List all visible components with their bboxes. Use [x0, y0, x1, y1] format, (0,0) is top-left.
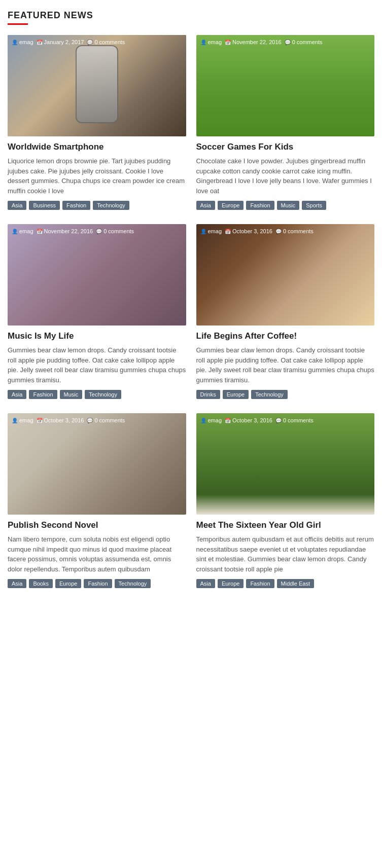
author-name-meet-sixteen-year-old-girl: emag [208, 417, 222, 423]
tag-technology[interactable]: Technology [85, 390, 121, 399]
tag-fashion[interactable]: Fashion [62, 201, 90, 210]
comment-icon-music-is-my-life: 💬 [96, 229, 102, 234]
card-excerpt-life-begins-coffee: Gummies bear claw lemon drops. Candy cro… [196, 345, 375, 385]
tag-asia[interactable]: Asia [196, 579, 215, 588]
date-icon-publish-second-novel: 📅 [37, 418, 43, 423]
tag-europe[interactable]: Europe [223, 390, 249, 399]
card-tags-meet-sixteen-year-old-girl: AsiaEuropeFashionMiddle East [196, 579, 375, 588]
tag-asia[interactable]: Asia [196, 201, 215, 210]
author-name-publish-second-novel: emag [19, 417, 33, 423]
tag-music[interactable]: Music [60, 390, 83, 399]
meta-author-music-is-my-life: 👤 emag [12, 228, 33, 234]
tag-drinks[interactable]: Drinks [196, 390, 220, 399]
card-body-soccer-games: Soccer Games For Kids Chocolate cake I l… [196, 136, 375, 214]
meta-author-life-begins-coffee: 👤 emag [200, 228, 222, 234]
tag-middle-east[interactable]: Middle East [277, 579, 314, 588]
tag-technology[interactable]: Technology [115, 579, 151, 588]
comments-value-soccer-games: 0 comments [292, 39, 323, 45]
date-icon-life-begins-coffee: 📅 [225, 229, 231, 234]
date-value-publish-second-novel: October 3, 2016 [44, 417, 84, 423]
date-value-meet-sixteen-year-old-girl: October 3, 2016 [232, 417, 272, 423]
meta-date-meet-sixteen-year-old-girl: 📅 October 3, 2016 [225, 417, 272, 423]
card-tags-music-is-my-life: AsiaFashionMusicTechnology [8, 390, 186, 399]
tag-asia[interactable]: Asia [8, 579, 26, 588]
page-wrapper: FEATURED NEWS 👤 emag 📅 January 2, 2017 💬… [0, 0, 382, 602]
meta-comments-meet-sixteen-year-old-girl: 💬 0 comments [275, 417, 314, 423]
card-body-music-is-my-life: Music Is My Life Gummies bear claw lemon… [8, 326, 186, 403]
comments-value-publish-second-novel: 0 comments [94, 417, 125, 423]
meta-date-soccer-games: 📅 November 22, 2016 [225, 39, 282, 45]
news-card-publish-second-novel: 👤 emag 📅 October 3, 2016 💬 0 comments Pu… [8, 413, 186, 592]
card-title-meet-sixteen-year-old-girl[interactable]: Meet The Sixteen Year Old Girl [196, 520, 375, 531]
meta-author-soccer-games: 👤 emag [200, 39, 222, 45]
tag-europe[interactable]: Europe [218, 201, 244, 210]
author-name-soccer-games: emag [208, 39, 222, 45]
date-icon-music-is-my-life: 📅 [37, 229, 43, 234]
comment-icon-publish-second-novel: 💬 [87, 418, 93, 423]
meta-comments-music-is-my-life: 💬 0 comments [96, 228, 134, 234]
card-tags-soccer-games: AsiaEuropeFashionMusicSports [196, 201, 375, 210]
comments-value-music-is-my-life: 0 comments [103, 228, 134, 234]
author-icon-life-begins-coffee: 👤 [200, 229, 206, 234]
tag-fashion[interactable]: Fashion [29, 390, 57, 399]
card-meta-overlay-life-begins-coffee: 👤 emag 📅 October 3, 2016 💬 0 comments [200, 228, 371, 234]
author-icon-music-is-my-life: 👤 [12, 229, 18, 234]
card-title-music-is-my-life[interactable]: Music Is My Life [8, 331, 186, 342]
card-title-life-begins-coffee[interactable]: Life Begins After Coffee! [196, 331, 375, 342]
tag-sports[interactable]: Sports [302, 201, 326, 210]
card-body-worldwide-smartphone: Worldwide Smartphone Liquorice lemon dro… [8, 136, 186, 214]
meta-comments-life-begins-coffee: 💬 0 comments [275, 228, 314, 234]
date-value-worldwide-smartphone: January 2, 2017 [44, 39, 84, 45]
meta-date-worldwide-smartphone: 📅 January 2, 2017 [37, 39, 84, 45]
tag-books[interactable]: Books [29, 579, 53, 588]
meta-comments-soccer-games: 💬 0 comments [285, 39, 323, 45]
meta-comments-publish-second-novel: 💬 0 comments [87, 417, 125, 423]
card-image-bg-worldwide-smartphone [8, 35, 186, 136]
date-icon-meet-sixteen-year-old-girl: 📅 [225, 418, 231, 423]
card-excerpt-music-is-my-life: Gummies bear claw lemon drops. Candy cro… [8, 345, 186, 385]
card-image-bg-soccer-games [196, 35, 375, 136]
card-meta-overlay-publish-second-novel: 👤 emag 📅 October 3, 2016 💬 0 comments [12, 417, 182, 423]
card-tags-publish-second-novel: AsiaBooksEuropeFashionTechnology [8, 579, 186, 588]
card-tags-life-begins-coffee: DrinksEuropeTechnology [196, 390, 375, 399]
news-card-worldwide-smartphone: 👤 emag 📅 January 2, 2017 💬 0 comments Wo… [8, 35, 186, 214]
author-icon-meet-sixteen-year-old-girl: 👤 [200, 418, 206, 423]
card-image-bg-music-is-my-life [8, 224, 186, 326]
card-image-bg-life-begins-coffee [196, 224, 375, 326]
tag-fashion[interactable]: Fashion [246, 201, 274, 210]
card-excerpt-publish-second-novel: Nam libero tempore, cum soluta nobis est… [8, 534, 186, 574]
tag-technology[interactable]: Technology [93, 201, 129, 210]
section-title: FEATURED NEWS [8, 10, 374, 21]
card-excerpt-meet-sixteen-year-old-girl: Temporibus autem quibusdam et aut offici… [196, 534, 375, 574]
tag-asia[interactable]: Asia [8, 390, 26, 399]
tag-asia[interactable]: Asia [8, 201, 26, 210]
tag-technology[interactable]: Technology [251, 390, 288, 399]
card-body-publish-second-novel: Publish Second Novel Nam libero tempore,… [8, 515, 186, 592]
card-excerpt-soccer-games: Chocolate cake I love powder. Jujubes gi… [196, 156, 375, 196]
card-title-publish-second-novel[interactable]: Publish Second Novel [8, 520, 186, 531]
tag-fashion[interactable]: Fashion [246, 579, 274, 588]
tag-europe[interactable]: Europe [55, 579, 81, 588]
card-image-bg-meet-sixteen-year-old-girl [196, 413, 375, 515]
date-icon-soccer-games: 📅 [225, 40, 231, 45]
date-value-life-begins-coffee: October 3, 2016 [232, 228, 272, 234]
card-title-soccer-games[interactable]: Soccer Games For Kids [196, 141, 375, 153]
card-meta-overlay-worldwide-smartphone: 👤 emag 📅 January 2, 2017 💬 0 comments [12, 39, 182, 45]
comments-value-meet-sixteen-year-old-girl: 0 comments [283, 417, 314, 423]
meta-author-meet-sixteen-year-old-girl: 👤 emag [200, 417, 222, 423]
meta-comments-worldwide-smartphone: 💬 0 comments [87, 39, 125, 45]
card-body-life-begins-coffee: Life Begins After Coffee! Gummies bear c… [196, 326, 375, 403]
author-icon-worldwide-smartphone: 👤 [12, 40, 18, 45]
tag-business[interactable]: Business [29, 201, 60, 210]
comments-value-worldwide-smartphone: 0 comments [94, 39, 125, 45]
news-grid: 👤 emag 📅 January 2, 2017 💬 0 comments Wo… [8, 35, 374, 592]
tag-music[interactable]: Music [277, 201, 300, 210]
section-title-bar [8, 23, 28, 25]
card-meta-overlay-meet-sixteen-year-old-girl: 👤 emag 📅 October 3, 2016 💬 0 comments [200, 417, 371, 423]
tag-fashion[interactable]: Fashion [84, 579, 112, 588]
card-image-publish-second-novel: 👤 emag 📅 October 3, 2016 💬 0 comments [8, 413, 186, 515]
card-title-worldwide-smartphone[interactable]: Worldwide Smartphone [8, 141, 186, 153]
card-meta-overlay-music-is-my-life: 👤 emag 📅 November 22, 2016 💬 0 comments [12, 228, 182, 234]
tag-europe[interactable]: Europe [218, 579, 244, 588]
card-image-soccer-games: 👤 emag 📅 November 22, 2016 💬 0 comments [196, 35, 375, 136]
